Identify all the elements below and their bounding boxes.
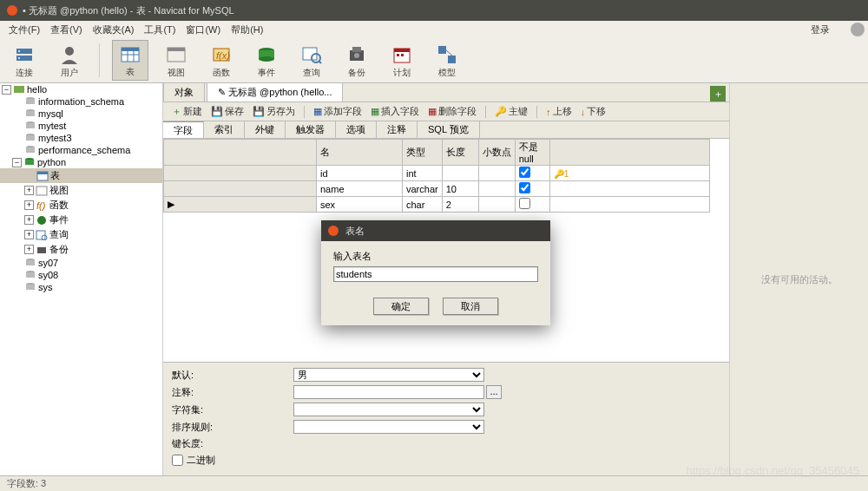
table-name-dialog: 表名 输入表名 确定 取消 — [321, 220, 550, 325]
dialog-close-button[interactable] — [328, 226, 339, 236]
dialog-ok-button[interactable]: 确定 — [373, 298, 429, 315]
table-name-input[interactable] — [333, 266, 538, 282]
dialog-input-label: 输入表名 — [333, 250, 538, 263]
dialog-titlebar: 表名 — [321, 220, 550, 241]
dialog-title: 表名 — [345, 225, 365, 238]
dialog-cancel-button[interactable]: 取消 — [443, 298, 498, 315]
modal-overlay: 表名 输入表名 确定 取消 — [0, 0, 868, 491]
